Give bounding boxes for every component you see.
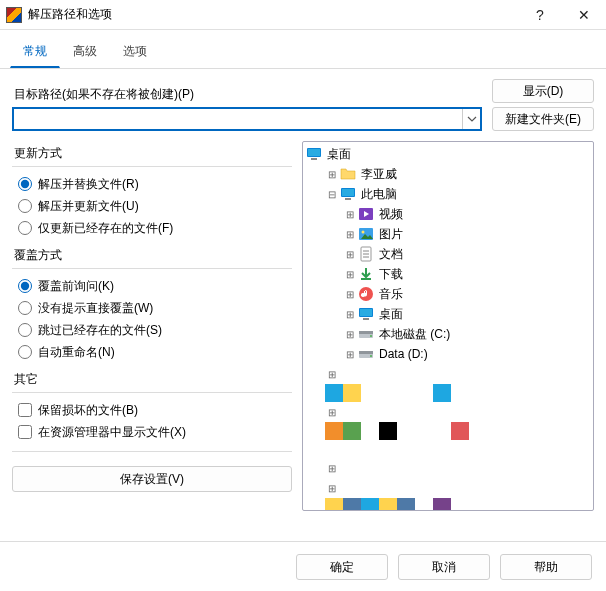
- divider: [12, 392, 292, 393]
- pc-icon: [339, 186, 357, 202]
- window-title: 解压路径和选项: [28, 6, 518, 23]
- radio-auto-rename[interactable]: 自动重命名(N): [12, 341, 292, 363]
- svg-point-8: [362, 231, 365, 234]
- group-misc: 其它 保留损坏的文件(B) 在资源管理器中显示文件(X): [12, 371, 292, 443]
- tree-expand-toggle[interactable]: ⊞: [325, 169, 339, 180]
- music-icon: [357, 286, 375, 302]
- svg-rect-4: [342, 189, 354, 196]
- svg-rect-2: [311, 158, 317, 160]
- desktop-icon: [357, 306, 375, 322]
- tree-item[interactable]: ⊞视频: [303, 204, 593, 224]
- svg-rect-1: [308, 149, 320, 156]
- ok-button[interactable]: 确定: [296, 554, 388, 580]
- tab-advanced[interactable]: 高级: [60, 36, 110, 68]
- svg-rect-17: [363, 318, 369, 320]
- help-button-footer[interactable]: 帮助: [500, 554, 592, 580]
- radio-extract-update[interactable]: 解压并更新文件(U): [12, 195, 292, 217]
- tree-item-label: 桌面: [379, 306, 403, 323]
- group-title-overwrite: 覆盖方式: [14, 247, 292, 264]
- tree-item-label: 视频: [379, 206, 403, 223]
- tree-item[interactable]: ⊟此电脑: [303, 184, 593, 204]
- tree-expand-toggle[interactable]: ⊞: [343, 249, 357, 260]
- tree-expand-toggle[interactable]: ⊞: [343, 309, 357, 320]
- group-overwrite-mode: 覆盖方式 覆盖前询问(K) 没有提示直接覆盖(W) 跳过已经存在的文件(S) 自…: [12, 247, 292, 363]
- svg-rect-5: [345, 198, 351, 200]
- close-button[interactable]: ✕: [562, 0, 606, 30]
- tree-item[interactable]: ⊞音乐: [303, 284, 593, 304]
- tab-general[interactable]: 常规: [10, 36, 60, 68]
- group-update-mode: 更新方式 解压并替换文件(R) 解压并更新文件(U) 仅更新已经存在的文件(F): [12, 145, 292, 239]
- svg-rect-19: [359, 331, 373, 334]
- tree-item-label: 文档: [379, 246, 403, 263]
- folder-tree-panel: 桌面 ⊞李亚威⊟此电脑⊞视频⊞图片⊞文档⊞下载⊞音乐⊞桌面⊞本地磁盘 (C:)⊞…: [302, 141, 594, 511]
- tab-bar: 常规 高级 选项: [0, 36, 606, 69]
- group-title-update: 更新方式: [14, 145, 292, 162]
- censored-block: [325, 384, 525, 402]
- dest-path-dropdown-icon[interactable]: [462, 109, 480, 129]
- tree-expand-toggle[interactable]: ⊞: [303, 458, 593, 478]
- tree-expand-toggle[interactable]: ⊟: [325, 189, 339, 200]
- tree-expand-toggle[interactable]: ⊞: [343, 209, 357, 220]
- dest-path-label: 目标路径(如果不存在将被创建)(P): [14, 86, 482, 103]
- tree-expand-toggle[interactable]: ⊞: [303, 478, 593, 498]
- svg-point-20: [370, 335, 372, 337]
- drive-icon: [357, 326, 375, 342]
- radio-overwrite-no-prompt[interactable]: 没有提示直接覆盖(W): [12, 297, 292, 319]
- censored-block: [325, 422, 525, 440]
- radio-ask-before[interactable]: 覆盖前询问(K): [12, 275, 292, 297]
- download-icon: [357, 266, 375, 282]
- svg-rect-16: [360, 309, 372, 316]
- doc-icon: [357, 246, 375, 262]
- window-title-bar: 解压路径和选项 ? ✕: [0, 0, 606, 30]
- tree-item-label: Data (D:): [379, 347, 428, 361]
- tree-item-label: 李亚威: [361, 166, 397, 183]
- censored-block: [325, 498, 545, 510]
- tree-item-label: 下载: [379, 266, 403, 283]
- cancel-button[interactable]: 取消: [398, 554, 490, 580]
- image-icon: [357, 226, 375, 242]
- radio-freshen-only[interactable]: 仅更新已经存在的文件(F): [12, 217, 292, 239]
- divider: [12, 166, 292, 167]
- dialog-footer: 确定 取消 帮助: [0, 541, 606, 591]
- check-show-in-explorer[interactable]: 在资源管理器中显示文件(X): [12, 421, 292, 443]
- tree-item[interactable]: ⊞文档: [303, 244, 593, 264]
- tree-expand-toggle[interactable]: ⊞: [343, 229, 357, 240]
- help-button[interactable]: ?: [518, 0, 562, 30]
- tree-item[interactable]: ⊞下载: [303, 264, 593, 284]
- tree-root[interactable]: 桌面: [303, 144, 593, 164]
- svg-rect-13: [361, 278, 371, 280]
- tree-expand-toggle[interactable]: ⊞: [343, 329, 357, 340]
- new-folder-button[interactable]: 新建文件夹(E): [492, 107, 594, 131]
- display-button[interactable]: 显示(D): [492, 79, 594, 103]
- divider: [12, 268, 292, 269]
- tree-expand-toggle[interactable]: ⊞: [303, 402, 593, 422]
- tree-item[interactable]: ⊞图片: [303, 224, 593, 244]
- app-icon: [6, 7, 22, 23]
- group-title-misc: 其它: [14, 371, 292, 388]
- save-settings-button[interactable]: 保存设置(V): [12, 466, 292, 492]
- tree-item-label: 音乐: [379, 286, 403, 303]
- folder-icon: [339, 166, 357, 182]
- drive-icon: [357, 346, 375, 362]
- tree-expand-toggle[interactable]: ⊞: [303, 364, 593, 384]
- desktop-icon: [305, 146, 323, 162]
- tree-expand-toggle[interactable]: ⊞: [343, 269, 357, 280]
- tree-expand-toggle[interactable]: ⊞: [343, 289, 357, 300]
- tab-options[interactable]: 选项: [110, 36, 160, 68]
- tree-item-label: 此电脑: [361, 186, 397, 203]
- check-keep-broken[interactable]: 保留损坏的文件(B): [12, 399, 292, 421]
- tree-item[interactable]: ⊞本地磁盘 (C:): [303, 324, 593, 344]
- tree-item[interactable]: ⊞桌面: [303, 304, 593, 324]
- tree-item[interactable]: ⊞Data (D:): [303, 344, 593, 364]
- svg-rect-22: [359, 351, 373, 354]
- tree-item-label: 本地磁盘 (C:): [379, 326, 450, 343]
- radio-skip-existing[interactable]: 跳过已经存在的文件(S): [12, 319, 292, 341]
- dest-path-input[interactable]: [14, 109, 462, 129]
- radio-extract-replace[interactable]: 解压并替换文件(R): [12, 173, 292, 195]
- tree-item[interactable]: ⊞李亚威: [303, 164, 593, 184]
- tree-item-label: 图片: [379, 226, 403, 243]
- folder-tree[interactable]: 桌面 ⊞李亚威⊟此电脑⊞视频⊞图片⊞文档⊞下载⊞音乐⊞桌面⊞本地磁盘 (C:)⊞…: [303, 142, 593, 510]
- dest-path-combobox[interactable]: [12, 107, 482, 131]
- tree-expand-toggle[interactable]: ⊞: [343, 349, 357, 360]
- video-icon: [357, 206, 375, 222]
